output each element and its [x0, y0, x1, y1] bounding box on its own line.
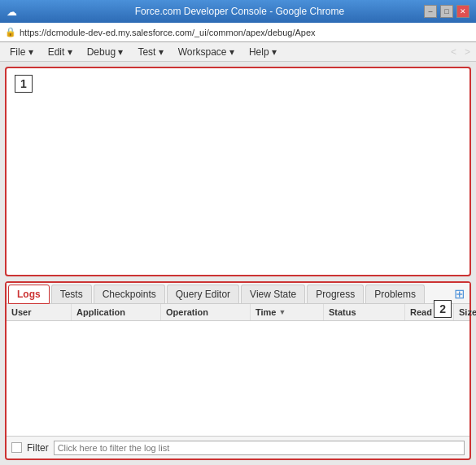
col-time[interactable]: Time ▼: [251, 304, 324, 320]
tab-problems[interactable]: Problems: [365, 285, 425, 303]
sort-icon: ▼: [278, 308, 286, 316]
editor-label: 1: [15, 75, 33, 93]
salesforce-icon: ☁: [7, 6, 17, 18]
table-header: User Application Operation Time ▼ Status…: [7, 304, 469, 321]
bottom-panel: Logs Tests Checkpoints Query Editor View…: [5, 281, 471, 460]
close-button[interactable]: ✕: [456, 5, 469, 18]
editor-panel[interactable]: 1: [5, 67, 471, 276]
menu-test[interactable]: Test ▾: [131, 45, 169, 59]
col-user-label: User: [11, 307, 31, 317]
panel-label-2: 2: [434, 300, 452, 318]
minimize-button[interactable]: –: [424, 5, 437, 18]
nav-forward[interactable]: >: [462, 46, 473, 58]
menu-file[interactable]: File ▾: [3, 45, 40, 59]
maximize-button[interactable]: □: [440, 5, 453, 18]
address-bar: 🔒 https://dcmodule-dev-ed.my.salesforce.…: [0, 23, 476, 42]
menu-workspace[interactable]: Workspace ▾: [172, 45, 241, 59]
col-size[interactable]: Size: [454, 304, 476, 320]
tab-tests[interactable]: Tests: [51, 285, 92, 303]
menu-bar: File ▾ Edit ▾ Debug ▾ Test ▾ Workspace ▾…: [0, 42, 476, 62]
menu-edit[interactable]: Edit ▾: [41, 45, 79, 59]
tabs-row: Logs Tests Checkpoints Query Editor View…: [7, 283, 469, 304]
col-size-label: Size: [459, 307, 476, 317]
menu-debug[interactable]: Debug ▾: [81, 45, 130, 59]
tab-checkpoints[interactable]: Checkpoints: [94, 285, 165, 303]
title-bar: ☁ Force.com Developer Console - Google C…: [0, 0, 476, 23]
tab-logs[interactable]: Logs: [8, 285, 50, 304]
tab-view-state[interactable]: View State: [241, 285, 305, 303]
col-operation[interactable]: Operation: [161, 304, 251, 320]
expand-icon[interactable]: ⊞: [451, 285, 468, 303]
col-operation-label: Operation: [166, 307, 208, 317]
address-url[interactable]: https://dcmodule-dev-ed.my.salesforce.co…: [20, 28, 471, 37]
nav-back[interactable]: <: [448, 46, 459, 58]
col-application-label: Application: [76, 307, 125, 317]
col-read-label: Read: [410, 307, 432, 317]
menu-help[interactable]: Help ▾: [242, 45, 283, 59]
filter-input[interactable]: [54, 441, 465, 455]
main-content: 1 Logs Tests Checkpoints Query Editor Vi…: [0, 62, 476, 465]
window-controls: – □ ✕: [424, 5, 469, 18]
col-status[interactable]: Status: [324, 304, 405, 320]
window-title: Force.com Developer Console - Google Chr…: [55, 6, 424, 17]
lock-icon: 🔒: [5, 27, 16, 37]
col-application[interactable]: Application: [72, 304, 161, 320]
nav-arrows: < >: [448, 46, 473, 58]
col-status-label: Status: [329, 307, 356, 317]
filter-label: Filter: [27, 442, 49, 454]
filter-bar: Filter: [7, 436, 469, 458]
tab-progress[interactable]: Progress: [307, 285, 364, 303]
table-body[interactable]: [7, 321, 469, 436]
tab-query-editor[interactable]: Query Editor: [167, 285, 239, 303]
col-user[interactable]: User: [7, 304, 72, 320]
col-time-label: Time: [255, 307, 276, 317]
filter-checkbox[interactable]: [11, 442, 22, 453]
